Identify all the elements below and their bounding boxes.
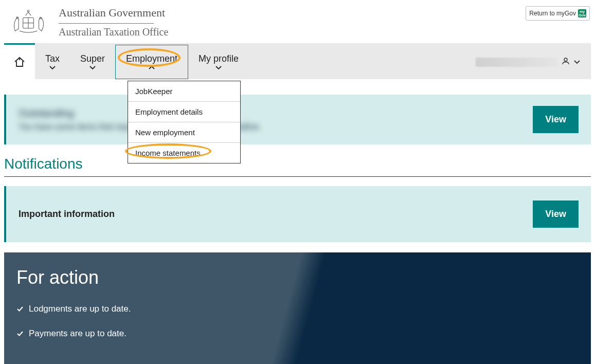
return-mygov-button[interactable]: Return to myGov my Gov (526, 6, 590, 21)
check-icon (16, 330, 24, 337)
logo-divider (59, 23, 154, 24)
view-button-info[interactable]: View (533, 201, 579, 228)
header-top: Australian Government Australian Taxatio… (0, 0, 595, 43)
check-icon (16, 305, 24, 313)
for-action-panel: For action Lodgments are up to date. Pay… (4, 252, 591, 364)
chevron-down-icon (49, 65, 56, 70)
chevron-down-icon (215, 65, 222, 70)
dropdown-item-jobkeeper[interactable]: JobKeeper (128, 81, 240, 102)
for-action-title: For action (16, 267, 579, 288)
dropdown-label: Income statements (135, 149, 201, 157)
nav-employment[interactable]: Employment (115, 45, 188, 79)
dropdown-label: JobKeeper (135, 87, 173, 96)
nav-super[interactable]: Super (70, 45, 115, 79)
dropdown-item-income-statements[interactable]: Income statements (128, 143, 240, 163)
divider (4, 176, 591, 177)
chevron-up-icon (148, 65, 155, 70)
nav-myprofile-label: My profile (199, 53, 239, 64)
for-action-item-text: Payments are up to date. (29, 329, 127, 339)
main-content: Outstanding You have some items that req… (0, 95, 595, 364)
nav-tax[interactable]: Tax (35, 45, 70, 79)
svg-point-6 (564, 58, 567, 61)
view-button-top[interactable]: View (533, 106, 579, 133)
profile-name-redacted (476, 58, 558, 67)
dropdown-item-new-employment[interactable]: New employment (128, 122, 240, 143)
nav-tax-label: Tax (45, 53, 60, 64)
important-info-banner: Important information View (4, 186, 591, 242)
user-icon (561, 57, 570, 68)
notifications-heading: Notifications (4, 156, 591, 172)
dropdown-label: Employment details (135, 107, 203, 116)
nav-home-button[interactable] (4, 43, 35, 79)
for-action-item-text: Lodgments are up to date. (29, 304, 131, 314)
main-navbar: Tax Super Employment My profile JobKeepe… (4, 43, 591, 79)
for-action-item: Payments are up to date. (16, 329, 579, 339)
nav-super-label: Super (80, 53, 105, 64)
important-info-text: Important information (19, 209, 115, 220)
ato-title: Australian Taxation Office (59, 26, 168, 38)
for-action-item: Lodgments are up to date. (16, 304, 579, 314)
dropdown-item-employment-details[interactable]: Employment details (128, 102, 240, 122)
gov-title: Australian Government (59, 6, 168, 20)
logo-area: Australian Government Australian Taxatio… (5, 6, 168, 38)
nav-employment-label: Employment (126, 53, 177, 64)
return-mygov-label: Return to myGov (529, 10, 576, 17)
chevron-down-icon (573, 60, 581, 65)
chevron-down-icon (89, 65, 96, 70)
nav-profile-menu[interactable] (465, 45, 591, 79)
top-banner: Outstanding You have some items that req… (4, 95, 591, 144)
dropdown-label: New employment (135, 128, 195, 137)
nav-myprofile[interactable]: My profile (188, 45, 249, 79)
employment-dropdown: JobKeeper Employment details New employm… (128, 81, 241, 163)
home-icon (13, 56, 26, 68)
mygov-icon: my Gov (578, 9, 586, 17)
coat-of-arms-icon (5, 7, 51, 38)
logo-text: Australian Government Australian Taxatio… (59, 6, 168, 38)
